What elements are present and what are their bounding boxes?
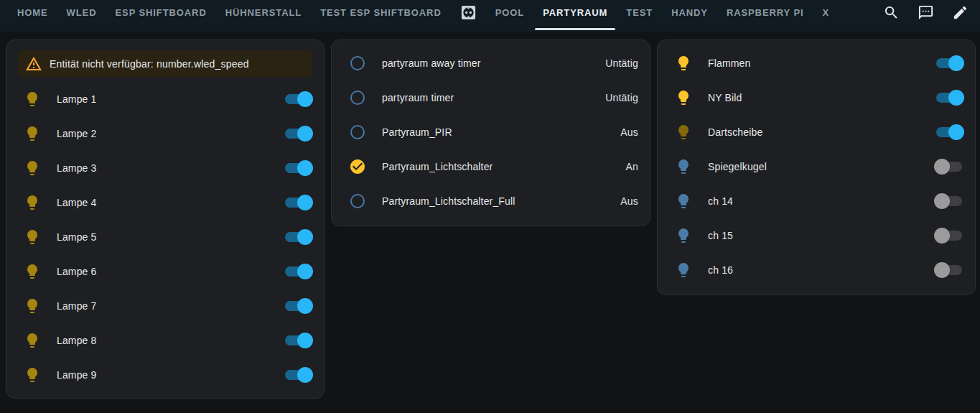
toggle-switch[interactable] [284, 91, 312, 107]
tab-test-esp-shiftboard[interactable]: TEST ESP SHIFTBOARD [311, 0, 451, 32]
entity-name: Dartscheibe [708, 126, 935, 138]
entity-name: Lampe 6 [57, 266, 284, 277]
toggle-switch[interactable] [935, 228, 963, 243]
warning-text: Entität nicht verfügbar: number.wled_spe… [50, 58, 249, 70]
tab-partyraum[interactable]: PARTYRAUM [533, 0, 617, 32]
light-row-lampe-6[interactable]: Lampe 6 [6, 254, 324, 289]
light-row-lampe-5[interactable]: Lampe 5 [6, 220, 324, 254]
tab-h-hnerstall[interactable]: HÜHNERSTALL [216, 0, 311, 32]
light-row-ny-bild[interactable]: NY Bild [658, 80, 975, 115]
toggle-switch[interactable] [284, 126, 312, 141]
light-row-lampe-2[interactable]: Lampe 2 [6, 116, 324, 151]
entity-state: Aus [620, 195, 638, 207]
light-row-lampe-8[interactable]: Lampe 8 [6, 323, 324, 358]
lightbulb-icon[interactable] [669, 89, 698, 106]
toggle-switch[interactable] [935, 124, 963, 140]
tab-raspberry-pi[interactable]: RASPBERRY PI [717, 0, 813, 32]
toggle-switch[interactable] [284, 264, 312, 279]
entity-rows: partyraum away timerUntätigpartyraum tim… [332, 40, 650, 226]
tab-bar: HOMEWLEDESP SHIFTBOARDHÜHNERSTALLTEST ES… [8, 0, 839, 32]
lightbulb-icon[interactable] [669, 55, 698, 72]
lightbulb-icon[interactable] [18, 125, 47, 142]
lightbulb-icon[interactable] [18, 366, 47, 384]
light-row-lampe-1[interactable]: Lampe 1 [6, 82, 324, 116]
lightbulb-icon[interactable] [18, 263, 47, 280]
message-icon [918, 4, 934, 21]
circle-outline-icon[interactable] [343, 192, 372, 210]
entity-name: partyraum away timer [382, 57, 605, 69]
tab-x[interactable]: X [813, 0, 839, 32]
light-row-ch-15[interactable]: ch 15 [658, 218, 975, 253]
light-row-dartscheibe[interactable]: Dartscheibe [658, 115, 975, 149]
entity-name: Lampe 1 [57, 93, 284, 105]
light-row-spiegelkugel[interactable]: Spiegelkugel [658, 149, 975, 184]
toggle-switch[interactable] [935, 262, 963, 278]
light-row-flammen[interactable]: Flammen [658, 46, 975, 80]
sensor-row-partyraum-lichtschalter[interactable]: Partyraum_LichtschalterAn [332, 149, 650, 184]
entity-name: NY Bild [708, 92, 935, 103]
app-header: HOMEWLEDESP SHIFTBOARDHÜHNERSTALLTEST ES… [0, 0, 980, 32]
entity-name: Flammen [708, 57, 935, 69]
toggle-switch[interactable] [284, 160, 312, 176]
toggle-switch[interactable] [935, 193, 963, 209]
entity-state: Untätig [605, 92, 638, 103]
circle-outline-icon[interactable] [343, 55, 372, 72]
lightbulb-icon[interactable] [18, 332, 47, 349]
toggle-switch[interactable] [284, 195, 312, 210]
lightbulb-icon[interactable] [669, 192, 698, 210]
lightbulb-icon[interactable] [18, 159, 47, 177]
light-row-lampe-7[interactable]: Lampe 7 [6, 289, 324, 323]
assist-button[interactable] [908, 0, 943, 32]
lightbulb-icon[interactable] [669, 261, 698, 279]
toggle-switch[interactable] [284, 229, 312, 245]
tab-home[interactable]: HOME [8, 0, 57, 32]
entity-name: partyraum timer [382, 92, 605, 103]
sensor-row-partyraum-lichtschalter-full[interactable]: Partyraum_Lichtschalter_FullAus [332, 184, 650, 218]
entity-name: Lampe 3 [57, 162, 284, 174]
toggle-switch[interactable] [284, 367, 312, 383]
lightbulb-icon[interactable] [669, 158, 698, 175]
sensor-row-partyraum-away-timer[interactable]: partyraum away timerUntätig [332, 46, 650, 80]
lightbulb-icon[interactable] [18, 194, 47, 211]
entity-state: An [625, 161, 638, 172]
search-button[interactable] [874, 0, 908, 32]
lightbulb-icon[interactable] [669, 227, 698, 244]
light-row-ch-14[interactable]: ch 14 [658, 184, 975, 218]
tab-pool[interactable]: POOL [486, 0, 533, 32]
tab-power-socket[interactable] [451, 0, 486, 32]
light-row-lampe-4[interactable]: Lampe 4 [6, 185, 324, 220]
tab-test[interactable]: TEST [617, 0, 662, 32]
dashboard-view: Entität nicht verfügbar: number.wled_spe… [0, 32, 980, 399]
toggle-switch[interactable] [935, 55, 963, 71]
toggle-switch[interactable] [935, 159, 963, 175]
edit-button[interactable] [943, 0, 977, 32]
toggle-switch[interactable] [284, 298, 312, 314]
lightbulb-icon[interactable] [18, 91, 47, 108]
sensors-card: partyraum away timerUntätigpartyraum tim… [331, 40, 650, 226]
entity-name: Lampe 8 [57, 335, 284, 346]
entity-name: Partyraum_PIR [382, 126, 620, 138]
circle-outline-icon[interactable] [343, 124, 372, 141]
lights-card-devices: FlammenNY BildDartscheibeSpiegelkugelch … [657, 40, 976, 295]
pencil-icon [952, 4, 969, 21]
light-row-lampe-3[interactable]: Lampe 3 [6, 151, 324, 185]
circle-outline-icon[interactable] [343, 89, 372, 106]
entity-rows: Lampe 1Lampe 2Lampe 3Lampe 4Lampe 5Lampe… [6, 82, 324, 398]
light-row-lampe-9[interactable]: Lampe 9 [6, 358, 324, 392]
entity-name: ch 15 [708, 230, 935, 241]
lightbulb-icon[interactable] [18, 228, 47, 246]
sensor-row-partyraum-timer[interactable]: partyraum timerUntätig [332, 80, 650, 115]
check-circle-icon[interactable] [343, 158, 372, 175]
magnify-icon [883, 4, 900, 21]
lightbulb-icon[interactable] [669, 124, 698, 141]
entity-name: Lampe 5 [57, 231, 284, 243]
tab-esp-shiftboard[interactable]: ESP SHIFTBOARD [106, 0, 215, 32]
toggle-switch[interactable] [935, 90, 963, 106]
tab-wled[interactable]: WLED [57, 0, 106, 32]
toggle-switch[interactable] [284, 333, 312, 348]
light-row-ch-16[interactable]: ch 16 [658, 253, 975, 287]
header-actions [874, 0, 980, 32]
lightbulb-icon[interactable] [18, 297, 47, 315]
tab-handy[interactable]: HANDY [662, 0, 717, 32]
sensor-row-partyraum-pir[interactable]: Partyraum_PIRAus [332, 115, 650, 149]
